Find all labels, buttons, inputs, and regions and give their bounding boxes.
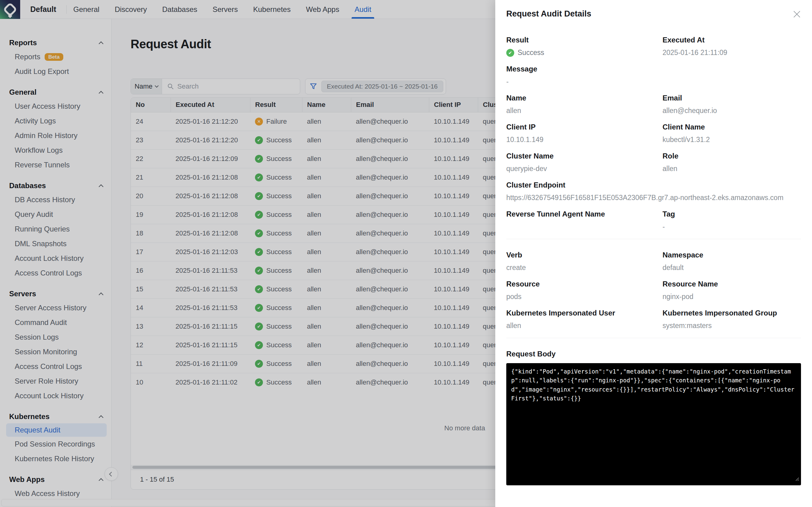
detail-field-row: Message- bbox=[506, 65, 801, 86]
section-divider bbox=[506, 338, 801, 338]
detail-field-row: Request Body{"kind":"Pod","apiVersion":"… bbox=[506, 350, 801, 485]
detail-field-value: allen bbox=[506, 322, 662, 330]
detail-field-row: Cluster Namequerypie-devRoleallen bbox=[506, 152, 801, 173]
detail-field-row: VerbcreateNamespacedefault bbox=[506, 251, 801, 272]
detail-field-row: Kubernetes Impersonated UserallenKuberne… bbox=[506, 309, 801, 330]
detail-field-label: Request Body bbox=[506, 350, 801, 358]
detail-field-label: Reverse Tunnel Agent Name bbox=[506, 210, 662, 218]
detail-field-value: 2025-01-16 21:11:09 bbox=[662, 49, 801, 57]
detail-field-label: Client IP bbox=[506, 123, 662, 131]
detail-field-label: Result bbox=[506, 36, 662, 44]
detail-field-value: pods bbox=[506, 293, 662, 301]
detail-field-cluster-endpoint: Cluster Endpointhttps://63267549156F1658… bbox=[506, 181, 801, 202]
detail-field-value: https://63267549156F16581F15E053A2306F7B… bbox=[506, 193, 801, 202]
detail-field-value: allen@chequer.io bbox=[662, 107, 801, 115]
detail-field-client-name: Client Namekubectl/v1.31.2 bbox=[662, 123, 801, 144]
detail-field-label: Namespace bbox=[662, 251, 801, 259]
detail-field-resource-name: Resource Namenginx-pod bbox=[662, 280, 801, 301]
detail-field-value: create bbox=[506, 264, 662, 272]
detail-field-label: Kubernetes Impersonated User bbox=[506, 309, 662, 317]
detail-field-name: Nameallen bbox=[506, 94, 662, 115]
detail-field-value: ✔Success bbox=[506, 49, 662, 57]
detail-field-value: nginx-pod bbox=[662, 293, 801, 301]
detail-field-verb: Verbcreate bbox=[506, 251, 662, 272]
request-body-editor[interactable]: {"kind":"Pod","apiVersion":"v1","metadat… bbox=[506, 363, 801, 485]
detail-field-label: Cluster Endpoint bbox=[506, 181, 801, 189]
close-icon bbox=[793, 10, 801, 18]
detail-field-row: Reverse Tunnel Agent NameTag- bbox=[506, 210, 801, 231]
drawer-title: Request Audit Details bbox=[506, 9, 801, 19]
detail-field-value: allen bbox=[662, 165, 801, 173]
detail-field-namespace: Namespacedefault bbox=[662, 251, 801, 272]
detail-field-row: Cluster Endpointhttps://63267549156F1658… bbox=[506, 181, 801, 202]
detail-field-label: Tag bbox=[662, 210, 801, 218]
request-body-text: {"kind":"Pod","apiVersion":"v1","metadat… bbox=[511, 368, 795, 402]
detail-field-value: default bbox=[662, 264, 801, 272]
detail-field-label: Name bbox=[506, 94, 662, 102]
detail-field-value: 10.10.1.149 bbox=[506, 135, 662, 144]
detail-field-label: Executed At bbox=[662, 36, 801, 44]
detail-field-reverse-tunnel-agent-name: Reverse Tunnel Agent Name bbox=[506, 210, 662, 231]
detail-field-label: Resource bbox=[506, 280, 662, 288]
detail-field-label: Kubernetes Impersonated Group bbox=[662, 309, 801, 317]
section-divider bbox=[506, 239, 801, 239]
detail-field-label: Verb bbox=[506, 251, 662, 259]
detail-field-client-ip: Client IP10.10.1.149 bbox=[506, 123, 662, 144]
detail-field-cluster-name: Cluster Namequerypie-dev bbox=[506, 152, 662, 173]
detail-field-value: querypie-dev bbox=[506, 165, 662, 173]
detail-field-message: Message- bbox=[506, 65, 801, 86]
detail-field-kubernetes-impersonated-user: Kubernetes Impersonated Userallen bbox=[506, 309, 662, 330]
detail-field-tag: Tag- bbox=[662, 210, 801, 231]
detail-field-value bbox=[506, 223, 662, 231]
detail-field-row: ResourcepodsResource Namenginx-pod bbox=[506, 280, 801, 301]
resize-handle-icon[interactable] bbox=[794, 475, 800, 484]
detail-field-label: Role bbox=[662, 152, 801, 160]
detail-field-role: Roleallen bbox=[662, 152, 801, 173]
detail-field-value: allen bbox=[506, 107, 662, 115]
detail-field-request-body: Request Body{"kind":"Pod","apiVersion":"… bbox=[506, 350, 801, 485]
detail-field-email: Emailallen@chequer.io bbox=[662, 94, 801, 115]
detail-field-label: Message bbox=[506, 65, 801, 73]
detail-field-label: Cluster Name bbox=[506, 152, 662, 160]
detail-field-label: Client Name bbox=[662, 123, 801, 131]
detail-field-row: Result✔SuccessExecuted At2025-01-16 21:1… bbox=[506, 36, 801, 57]
success-icon: ✔ bbox=[506, 49, 514, 57]
status-label: Success bbox=[518, 49, 544, 57]
detail-field-row: Client IP10.10.1.149Client Namekubectl/v… bbox=[506, 123, 801, 144]
request-audit-details-drawer: Request Audit Details Result✔SuccessExec… bbox=[495, 0, 812, 507]
detail-field-row: NameallenEmailallen@chequer.io bbox=[506, 94, 801, 115]
detail-field-value: - bbox=[506, 77, 801, 86]
detail-field-value: - bbox=[662, 223, 801, 231]
detail-field-value: system:masters bbox=[662, 322, 801, 330]
detail-field-value: kubectl/v1.31.2 bbox=[662, 135, 801, 144]
close-button[interactable] bbox=[791, 8, 803, 20]
detail-field-kubernetes-impersonated-group: Kubernetes Impersonated Groupsystem:mast… bbox=[662, 309, 801, 330]
detail-field-result: Result✔Success bbox=[506, 36, 662, 57]
detail-field-resource: Resourcepods bbox=[506, 280, 662, 301]
detail-field-executed-at: Executed At2025-01-16 21:11:09 bbox=[662, 36, 801, 57]
detail-field-label: Email bbox=[662, 94, 801, 102]
detail-field-label: Resource Name bbox=[662, 280, 801, 288]
